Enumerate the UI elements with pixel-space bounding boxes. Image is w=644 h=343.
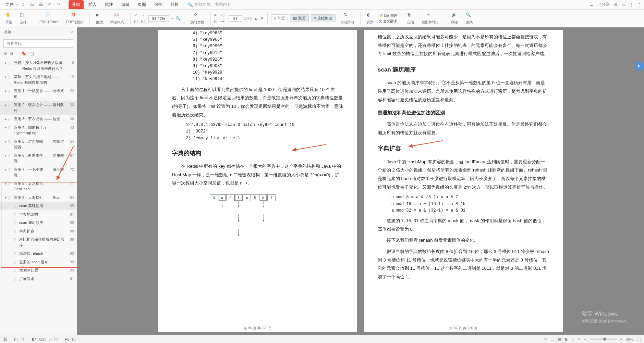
pdf-to-office[interactable]: 📄PDF转Office	[37, 12, 61, 25]
tab-page[interactable]: 页面	[134, 0, 149, 9]
find-button[interactable]: 🔍查找	[463, 12, 475, 25]
new-icon[interactable]: 🗋	[21, 2, 27, 8]
bookmark-item[interactable]: ▯对比扩容缩容前后的遍历顺序89	[0, 235, 77, 249]
tab-convert[interactable]: 转换	[167, 0, 182, 9]
bookmark-item[interactable]: ▸▯应用 2：缓兵之计 —— 延时队列30	[0, 101, 77, 115]
bookmark-item[interactable]: ▸▯基础：万丈高楼平地起 —— Redis 基础数据结构12	[0, 73, 77, 87]
assistant-badge[interactable]: ✦	[634, 62, 643, 71]
bookmark-search-input[interactable]	[3, 39, 73, 48]
word-translate[interactable]: 📝 划词翻译	[378, 13, 397, 18]
pdf-to-image[interactable]: 🖼PDF转图片	[63, 12, 86, 25]
redo-icon[interactable]: ↷	[57, 2, 62, 8]
bookmark-item[interactable]: ▯字典的结构87	[0, 210, 77, 219]
sidebar-toggle-icon[interactable]: ▸▯	[65, 337, 69, 341]
zoom-in-status[interactable]: +	[620, 337, 622, 341]
bookmark-item[interactable]: ▸▯应用 3：节衣缩食 —— 位图36	[0, 115, 77, 123]
single-page-button[interactable]: ▯ 单页	[271, 14, 288, 22]
compress-button[interactable]: 🗜压缩	[404, 12, 417, 25]
speak-button[interactable]: 🔊朗读	[449, 12, 461, 25]
zoom-slider[interactable]	[590, 339, 617, 340]
panel-icon[interactable]: ◫	[72, 337, 75, 341]
bookmark-item[interactable]: ▸▯应用 1：千帆竞发 —— 分布式锁24	[0, 87, 77, 101]
file-menu[interactable]: 文件	[3, 2, 16, 8]
window-icon[interactable]: ▭	[622, 2, 625, 7]
bookmark-item[interactable]: ▸▯应用 7：一毛不拔 —— 漏斗限流72	[0, 165, 77, 179]
page-left: 4) "key9968"5) "key9965"6) "key9990"7) "…	[158, 30, 357, 332]
expand-all-icon[interactable]: ⊞	[3, 51, 7, 56]
first-page-icon[interactable]: ⇤	[214, 13, 220, 18]
view3-icon[interactable]: ▦	[558, 337, 561, 341]
fullscreen-icon[interactable]: ⛶	[637, 337, 641, 341]
crop-compare[interactable]: ✂截图和对比	[419, 12, 441, 25]
open-icon[interactable]: 🗁	[30, 2, 36, 8]
paragraph: 高位进位法从左边加，进位往右边移动，同普通加法正好相反。但是最终它们都会遍历所有…	[378, 120, 549, 137]
undo-icon[interactable]: ↶	[48, 2, 53, 8]
bookmark-item[interactable]: ▸▯应用 4：四两拨千斤 —— HyperLogLog43	[0, 123, 77, 137]
more-icon[interactable]: ⋮	[630, 2, 634, 7]
view2-icon[interactable]: ▯▯	[550, 337, 555, 341]
prev-icon[interactable]: ◁	[21, 337, 23, 341]
zoom1-icon[interactable]: ◰	[134, 19, 139, 24]
view5-icon[interactable]: ▯	[572, 337, 574, 341]
zoom-fit-icon[interactable]: ⤢	[134, 13, 139, 18]
bookmark-item[interactable]: ▾▯应用 9：大海捞针 —— Scan84	[0, 193, 77, 202]
bookmark-item[interactable]: ▯扩展阅读91	[0, 275, 77, 283]
close-sidebar-icon[interactable]: ×	[71, 29, 73, 35]
page-footer: 第 86 页 共 226 页	[244, 325, 272, 331]
first-icon[interactable]: |◁	[14, 337, 18, 341]
chevron-up-icon[interactable]: ⌃	[638, 2, 641, 7]
zoom-in-icon[interactable]: 🔍	[175, 16, 181, 21]
collapse-all-icon[interactable]: ⊟	[10, 51, 13, 56]
double-page-button[interactable]: ▯▯ 双页	[290, 14, 309, 22]
bookmark-item[interactable]: ▸▯应用 6：断尾求生 —— 简单限流67	[0, 151, 77, 165]
background-button[interactable]: ◐背景	[364, 12, 376, 25]
bookmark-item[interactable]: ▯scan 基础使用85	[0, 202, 77, 210]
bookmark-item[interactable]: ▯字典扩容88	[0, 227, 77, 236]
settings-icon[interactable]: ⚙	[614, 2, 618, 7]
zoom-width-icon[interactable]: ↔	[141, 13, 146, 18]
prev-page-icon[interactable]: ◁	[221, 13, 227, 18]
tab-start[interactable]: 开始	[69, 0, 84, 9]
zoom-out-icon[interactable]: −	[171, 16, 173, 21]
full-translate[interactable]: 文 全文翻译	[379, 19, 397, 24]
bookmark-item[interactable]: ▯渐进式 rehash90	[0, 249, 77, 258]
tab-protect[interactable]: 保护	[151, 0, 166, 9]
bookmark-item[interactable]: ▸▯应用 5：层峦叠嶂 —— 布隆过滤器54	[0, 137, 77, 151]
last-icon[interactable]: ▷|	[54, 337, 58, 341]
print-icon[interactable]: 🖶	[39, 2, 45, 8]
bookmark-alt-icon[interactable]: 📑	[29, 51, 34, 56]
page-up-icon[interactable]: ▲	[254, 16, 258, 21]
tab-insert[interactable]: 插入	[85, 0, 100, 9]
page-right: 槽位数，之所以返回的结果可能多可能少，是因为不是所有的槽位上都会挂接链表，有些槽…	[364, 30, 563, 332]
cloud-icon[interactable]: ☁	[589, 2, 593, 7]
bookmark-icon[interactable]: 🔖	[21, 51, 26, 56]
view6-icon[interactable]: ⤢	[577, 337, 580, 341]
last-page-icon[interactable]: ⇥	[221, 19, 227, 24]
bookmark-item[interactable]: ▯scan 遍历顺序88	[0, 218, 77, 227]
play-button[interactable]: ▶播放	[93, 12, 106, 25]
bookmark-item[interactable]: ▸▯应用 8：近水楼台 —— GeoHash77	[0, 179, 77, 193]
bookmark-item[interactable]: ▸▯开篇：授人以鱼不若授人以渔 —— Redis 可以用来做什么？8	[0, 59, 77, 73]
tab-edit[interactable]: 编辑	[118, 0, 133, 9]
read-mode[interactable]: 📖阅读模式	[108, 12, 127, 25]
next-icon[interactable]: ▷	[49, 337, 52, 341]
zoom-out-status[interactable]: −	[584, 337, 586, 341]
tab-annotate[interactable]: 批注	[101, 0, 117, 9]
next-page-icon[interactable]: ▷	[214, 19, 220, 24]
continuous-button[interactable]: ≡ 连续阅读	[311, 14, 335, 22]
view1-icon[interactable]: ▭	[544, 337, 547, 341]
select-tool[interactable]: ⬚选择	[17, 12, 29, 25]
auto-scroll[interactable]: ⇅自动滚动	[338, 12, 357, 25]
page-input[interactable]	[229, 15, 242, 22]
hand-tool[interactable]: ✋手型	[3, 12, 15, 25]
bookmark-item[interactable]: ▯大 key 扫描90	[0, 266, 77, 275]
rotate-button[interactable]: ⟳旋转文档	[188, 12, 207, 25]
page-down-icon[interactable]: ▼	[260, 16, 264, 21]
zoom2-icon[interactable]: ◱	[141, 19, 146, 24]
bookmark-item[interactable]: ▯更多的 scan 指令90	[0, 258, 77, 266]
view4-icon[interactable]: ◧	[565, 337, 568, 341]
zoom-input[interactable]	[148, 15, 169, 22]
global-search[interactable]: 查找功能、文档内容	[194, 2, 231, 8]
share-button[interactable]: ↗分享	[597, 2, 610, 8]
status-page-input[interactable]	[26, 337, 36, 341]
